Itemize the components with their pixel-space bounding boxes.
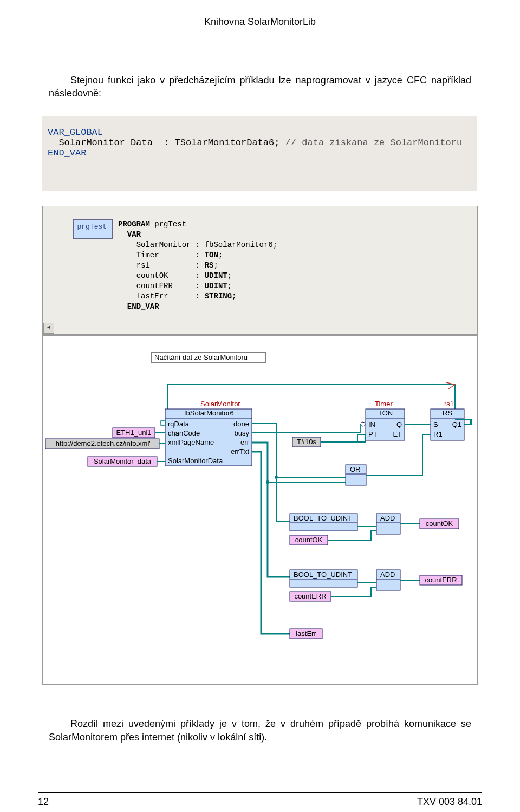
output-counterr[interactable]: countERR <box>420 575 462 585</box>
svg-text:Timer: Timer <box>375 400 393 408</box>
block-add-ok[interactable]: ADD <box>376 514 400 534</box>
svg-text:Q1: Q1 <box>452 420 461 428</box>
svg-text:countOK: countOK <box>426 519 453 528</box>
svg-text:busy: busy <box>235 429 250 437</box>
svg-text:rqData: rqData <box>168 420 190 428</box>
svg-text:countOK: countOK <box>295 536 323 544</box>
kw-program: PROGRAM <box>118 220 150 229</box>
svg-text:countERR: countERR <box>294 592 326 600</box>
comment-text: Načítání dat ze SolarMonitoru <box>154 353 248 361</box>
block-bool-to-udint-err[interactable]: BOOL_TO_UDINT <box>290 570 358 587</box>
svg-text:R1: R1 <box>433 430 443 438</box>
block-timer[interactable]: Timer TON IN PT Q ET <box>366 400 405 440</box>
svg-text:SolarMonitor_data: SolarMonitor_data <box>94 457 152 465</box>
code-block-var-global: VAR_GLOBAL SolarMonitor_Data : TSolarMon… <box>42 116 477 191</box>
svg-text:SolarMonitor: SolarMonitor <box>200 400 240 408</box>
svg-text:PT: PT <box>368 430 378 438</box>
input-eth1[interactable]: ETH1_uni1 <box>113 428 155 438</box>
ide-declarations-pane: prgTestPROGRAM prgTest VAR SolarMonitor … <box>42 206 478 335</box>
svg-text:err: err <box>240 438 250 446</box>
svg-text:BOOL_TO_UDINT: BOOL_TO_UDINT <box>294 570 352 579</box>
svg-text:ADD: ADD <box>380 514 395 522</box>
svg-text:ADD: ADD <box>380 570 395 579</box>
svg-text:T#10s: T#10s <box>297 438 317 446</box>
svg-text:lastErr: lastErr <box>296 629 316 638</box>
svg-text:TON: TON <box>378 409 393 417</box>
svg-text:ET: ET <box>393 430 402 438</box>
svg-text:xmlPageName: xmlPageName <box>168 438 214 446</box>
output-lasterr[interactable]: lastErr <box>290 629 322 639</box>
block-bool-to-udint-ok[interactable]: BOOL_TO_UDINT <box>290 514 358 531</box>
cfc-diagram-svg: Načítání dat ze SolarMonitoru SolarMonit… <box>43 336 477 683</box>
svg-text:OR: OR <box>350 465 361 473</box>
svg-text:SolarMonitorData: SolarMonitorData <box>168 457 223 465</box>
block-solarmonitor[interactable]: SolarMonitor fbSolarMonitor6 rqData chan… <box>165 400 252 466</box>
svg-text:fbSolarMonitor6: fbSolarMonitor6 <box>184 409 234 417</box>
svg-text:BOOL_TO_UDINT: BOOL_TO_UDINT <box>294 514 352 522</box>
input-counterr[interactable]: countERR <box>290 592 331 601</box>
svg-text:errTxt: errTxt <box>231 447 249 456</box>
input-t10s[interactable]: T#10s <box>292 437 321 447</box>
svg-text:S: S <box>433 420 438 428</box>
page-number: 12 <box>38 796 49 808</box>
header-rule <box>38 30 482 30</box>
svg-text:rs1: rs1 <box>444 400 454 408</box>
intro-paragraph: Stejnou funkci jako v předcházejícím pří… <box>49 74 471 100</box>
svg-text:countERR: countERR <box>425 576 457 584</box>
doc-number: TXV 003 84.01 <box>417 796 482 808</box>
svg-text:RS: RS <box>443 409 452 417</box>
input-url[interactable]: 'http://demo2.etech.cz/info.xml' <box>46 439 159 449</box>
block-or[interactable]: OR <box>346 465 366 485</box>
page-header: Knihovna SolarMonitorLib <box>38 16 482 28</box>
svg-text:'http://demo2.etech.cz/info.xm: 'http://demo2.etech.cz/info.xml' <box>54 439 151 447</box>
scroll-left-icon[interactable]: ◄ <box>43 323 54 334</box>
svg-text:Q: Q <box>396 420 402 428</box>
svg-text:done: done <box>233 420 249 428</box>
input-countok[interactable]: countOK <box>290 535 328 545</box>
block-add-err[interactable]: ADD <box>376 570 400 590</box>
svg-text:chanCode: chanCode <box>168 429 200 437</box>
program-tab[interactable]: prgTest <box>73 219 113 239</box>
output-countok[interactable]: countOK <box>420 519 459 529</box>
svg-rect-21 <box>161 421 165 425</box>
page-footer: 12 TXV 003 84.01 <box>38 792 482 808</box>
ide-panel: prgTestPROGRAM prgTest VAR SolarMonitor … <box>42 206 478 685</box>
svg-point-32 <box>361 422 365 426</box>
svg-text:IN: IN <box>368 420 375 428</box>
input-solarmonitor-data[interactable]: SolarMonitor_data <box>88 457 157 466</box>
svg-text:ETH1_uni1: ETH1_uni1 <box>116 428 151 437</box>
outro-paragraph: Rozdíl mezi uvedenými příklady je v tom,… <box>49 717 471 744</box>
cfc-canvas[interactable]: Načítání dat ze SolarMonitoru SolarMonit… <box>42 336 478 685</box>
